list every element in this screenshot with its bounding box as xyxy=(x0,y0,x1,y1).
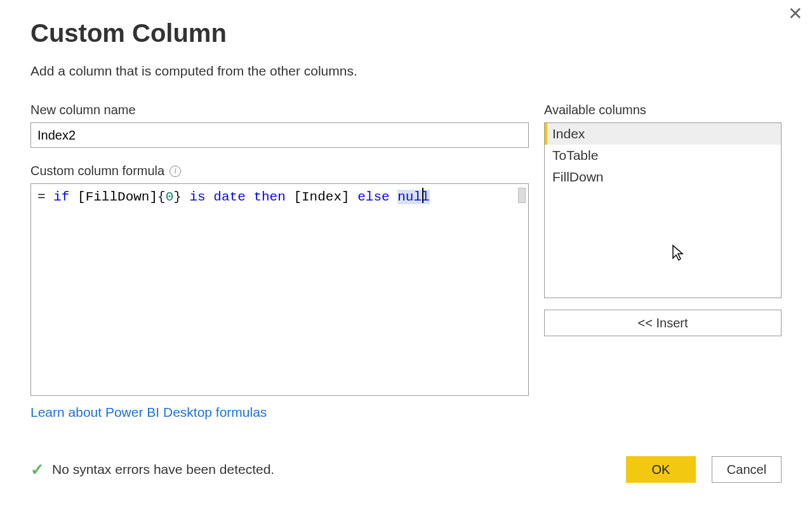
ok-button[interactable]: OK xyxy=(626,456,696,483)
column-name-label: New column name xyxy=(30,103,529,117)
close-button[interactable]: ✕ xyxy=(788,5,802,23)
column-item-totable[interactable]: ToTable xyxy=(545,145,781,166)
formula-editor[interactable]: = if [FillDown]{0} is date then [Index] … xyxy=(30,183,529,396)
status-message: ✓ No syntax errors have been detected. xyxy=(30,460,274,480)
check-icon: ✓ xyxy=(30,460,44,480)
column-item-filldown[interactable]: FillDown xyxy=(545,166,781,188)
text-cursor xyxy=(422,188,423,203)
info-icon[interactable]: i xyxy=(170,166,181,177)
column-name-input[interactable] xyxy=(30,122,529,148)
column-item-index[interactable]: Index xyxy=(545,123,781,145)
learn-more-link[interactable]: Learn about Power BI Desktop formulas xyxy=(30,405,267,420)
dialog-subtitle: Add a column that is computed from the o… xyxy=(30,63,782,79)
available-columns-label: Available columns xyxy=(544,103,782,117)
available-columns-list[interactable]: Index ToTable FillDown xyxy=(544,122,782,298)
scroll-indicator xyxy=(518,188,526,203)
dialog-title: Custom Column xyxy=(30,19,782,48)
cancel-button[interactable]: Cancel xyxy=(712,456,782,483)
formula-label: Custom column formula i xyxy=(30,164,529,178)
insert-button[interactable]: << Insert xyxy=(544,310,782,336)
